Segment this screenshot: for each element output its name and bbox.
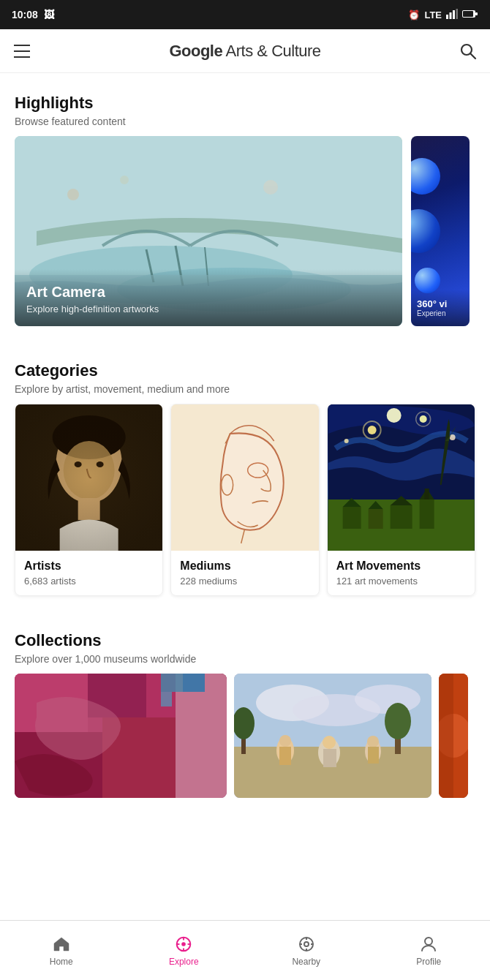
svg-rect-46 [419, 500, 434, 529]
collections-title: Collections [15, 631, 475, 650]
svg-point-34 [419, 415, 426, 423]
svg-point-71 [367, 736, 379, 747]
movements-image [328, 404, 475, 551]
highlight-card-art-camera[interactable]: Art Camera Explore high-definition artwo… [15, 136, 402, 326]
category-card-artists[interactable]: Artists 6,683 artists [15, 404, 163, 596]
svg-point-30 [222, 475, 233, 495]
svg-point-16 [120, 176, 129, 184]
battery-icon [462, 10, 478, 20]
menu-button[interactable] [12, 41, 32, 61]
status-time: 10:08 [12, 9, 38, 20]
main-content: Highlights Browse featured content [0, 73, 490, 871]
status-left: 10:08 🖼 [12, 9, 54, 20]
art-camera-title: Art Camera [26, 284, 391, 301]
artists-image [15, 404, 162, 551]
svg-rect-1 [450, 12, 452, 19]
highlight-art-camera-overlay: Art Camera Explore high-definition artwo… [15, 269, 402, 326]
svg-point-81 [181, 942, 186, 946]
alarm-icon: ⏰ [408, 10, 420, 20]
svg-point-15 [67, 189, 79, 200]
signal-bars [446, 9, 458, 21]
svg-point-37 [344, 439, 348, 443]
categories-title: Categories [15, 361, 475, 380]
bottom-nav: Home Explore Nea [0, 920, 490, 980]
nav-explore[interactable]: Explore [123, 935, 246, 967]
collection-card-3[interactable] [439, 674, 468, 798]
app-logo: Google Arts & Culture [169, 42, 320, 61]
svg-point-38 [386, 408, 401, 423]
svg-point-92 [425, 938, 432, 945]
status-right: ⏰ LTE [408, 9, 478, 21]
highlights-carousel: Art Camera Explore high-definition artwo… [0, 136, 490, 341]
svg-rect-54 [176, 674, 227, 798]
svg-rect-66 [279, 747, 291, 765]
svg-rect-26 [16, 404, 162, 551]
highlight-card-360[interactable]: 360° vi Experien [411, 136, 470, 326]
svg-rect-48 [424, 489, 429, 500]
collections-header: Collections Explore over 1,000 museums w… [0, 611, 490, 674]
svg-point-62 [355, 685, 421, 714]
logo-rest: Arts & Culture [222, 42, 320, 60]
nav-nearby[interactable]: Nearby [245, 935, 368, 967]
movements-count: 121 art movements [336, 576, 466, 587]
art-camera-desc: Explore high-definition artworks [26, 304, 391, 314]
svg-point-74 [385, 703, 411, 739]
svg-rect-56 [183, 674, 205, 692]
lte-signal: LTE [424, 10, 442, 20]
explore-icon [174, 935, 193, 954]
movements-name: Art Movements [336, 559, 466, 573]
explore-label: Explore [169, 957, 199, 967]
category-card-mediums[interactable]: Mediums 228 mediums [170, 404, 319, 596]
top-nav: Google Arts & Culture [0, 29, 490, 73]
collection-card-2[interactable] [234, 674, 431, 798]
svg-point-17 [263, 180, 278, 195]
collections-subtitle: Explore over 1,000 museums worldwide [15, 653, 475, 665]
svg-point-32 [367, 426, 376, 434]
svg-rect-3 [456, 9, 459, 19]
status-photo-icon: 🖼 [44, 9, 54, 20]
status-bar: 10:08 🖼 ⏰ LTE [0, 0, 490, 29]
home-label: Home [50, 957, 73, 967]
svg-rect-42 [368, 509, 382, 529]
artists-count: 6,683 artists [24, 576, 154, 587]
360-desc: Experien [417, 309, 464, 317]
mediums-image [171, 404, 318, 551]
svg-rect-0 [446, 15, 448, 19]
svg-point-87 [304, 942, 309, 946]
svg-rect-40 [342, 507, 361, 529]
svg-point-68 [323, 736, 336, 749]
movements-info: Art Movements 121 art movements [328, 551, 475, 595]
nearby-label: Nearby [292, 957, 320, 967]
svg-rect-79 [439, 674, 453, 798]
nearby-icon [297, 935, 316, 954]
profile-icon [419, 935, 438, 954]
highlights-subtitle: Browse featured content [15, 116, 475, 127]
artists-name: Artists [24, 559, 154, 573]
svg-rect-55 [161, 674, 183, 692]
category-card-movements[interactable]: Art Movements 121 art movements [327, 404, 475, 596]
logo-google: Google [169, 42, 222, 60]
artists-info: Artists 6,683 artists [15, 551, 162, 595]
svg-point-65 [279, 735, 291, 747]
svg-rect-5 [463, 11, 473, 17]
mediums-count: 228 mediums [180, 576, 309, 587]
nav-profile[interactable]: Profile [368, 935, 491, 967]
mediums-name: Mediums [180, 559, 309, 573]
collections-grid [0, 674, 490, 798]
bottom-spacer [0, 798, 490, 871]
svg-rect-69 [323, 749, 336, 767]
nav-home[interactable]: Home [0, 935, 123, 967]
svg-rect-2 [453, 10, 455, 19]
highlights-title: Highlights [15, 94, 475, 113]
svg-rect-6 [475, 12, 478, 15]
search-button[interactable] [458, 41, 478, 61]
profile-label: Profile [416, 957, 441, 967]
svg-line-8 [470, 53, 475, 59]
highlights-header: Highlights Browse featured content [0, 73, 490, 136]
categories-grid: Artists 6,683 artists [0, 404, 490, 611]
collection-card-1[interactable] [15, 674, 227, 798]
highlight-360-overlay: 360° vi Experien [411, 290, 470, 326]
svg-rect-44 [390, 505, 412, 529]
svg-rect-57 [161, 692, 172, 706]
mediums-info: Mediums 228 mediums [171, 551, 318, 595]
